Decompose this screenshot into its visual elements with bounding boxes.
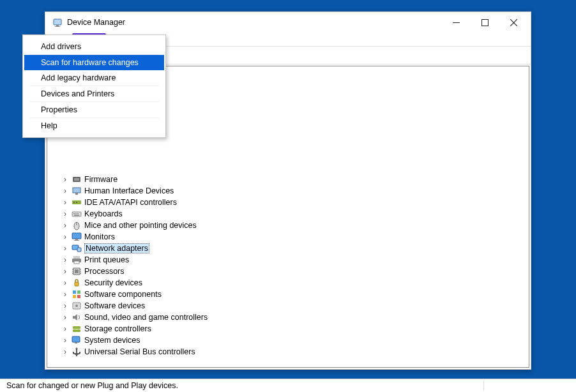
- category-label[interactable]: Universal Serial Bus controllers: [84, 347, 195, 356]
- printer-icon: [72, 255, 82, 265]
- expander-icon[interactable]: [61, 244, 69, 253]
- svg-rect-15: [75, 193, 78, 195]
- expander-icon[interactable]: [61, 267, 69, 276]
- category-ide[interactable]: IDE ATA/ATAPI controllers: [61, 197, 526, 208]
- menu-properties[interactable]: Properties: [29, 102, 159, 118]
- usb-icon: [72, 347, 82, 357]
- category-firmware[interactable]: Firmware: [61, 174, 526, 185]
- keyboard-icon: [72, 209, 82, 219]
- svg-rect-52: [75, 342, 77, 343]
- svg-rect-30: [77, 248, 81, 252]
- menu-devices-printers[interactable]: Devices and Printers: [29, 86, 159, 102]
- svg-rect-13: [74, 178, 79, 181]
- status-text: Scan for changed or new Plug and Play de…: [3, 381, 484, 390]
- category-mouse[interactable]: Mice and other pointing devices: [61, 220, 526, 231]
- svg-rect-21: [75, 213, 77, 215]
- svg-rect-28: [74, 240, 79, 241]
- svg-rect-20: [73, 213, 75, 215]
- svg-rect-2: [55, 26, 60, 27]
- expander-icon[interactable]: [61, 186, 69, 195]
- category-label[interactable]: Sound, video and game controllers: [84, 313, 208, 322]
- ide-icon: [72, 197, 82, 207]
- titlebar: Device Manager: [45, 12, 531, 33]
- expander-icon[interactable]: [61, 301, 69, 310]
- cpu-icon: [72, 266, 82, 276]
- category-label[interactable]: IDE ATA/ATAPI controllers: [84, 198, 177, 207]
- category-keyboard[interactable]: Keyboards: [61, 208, 526, 220]
- svg-rect-50: [73, 329, 80, 332]
- hid-icon: [72, 186, 82, 196]
- category-label[interactable]: System devices: [84, 336, 140, 345]
- firmware-icon: [72, 174, 82, 185]
- svg-rect-51: [72, 336, 80, 342]
- svg-point-18: [76, 202, 77, 203]
- category-sound[interactable]: Sound, video and game controllers: [61, 312, 526, 323]
- category-label[interactable]: Human Interface Devices: [84, 186, 174, 195]
- expander-icon[interactable]: [61, 198, 69, 207]
- svg-rect-31: [73, 256, 80, 259]
- svg-rect-43: [73, 290, 76, 294]
- storage-icon: [72, 324, 82, 334]
- svg-rect-0: [54, 19, 61, 25]
- category-system[interactable]: System devices: [61, 335, 526, 346]
- svg-rect-22: [77, 213, 79, 215]
- category-label[interactable]: Processors: [84, 267, 125, 276]
- svg-point-17: [73, 202, 75, 203]
- app-icon: [53, 17, 63, 27]
- maximize-button[interactable]: [471, 13, 499, 32]
- monitor-icon: [72, 232, 82, 242]
- category-swc[interactable]: Software components: [61, 289, 526, 300]
- expander-icon[interactable]: [61, 324, 69, 333]
- network-icon: [72, 243, 82, 253]
- expander-icon[interactable]: [61, 347, 69, 356]
- svg-rect-35: [75, 269, 79, 273]
- svg-rect-46: [77, 295, 80, 298]
- category-printer[interactable]: Print queues: [61, 254, 526, 266]
- window-controls: [442, 13, 528, 32]
- svg-rect-14: [73, 188, 80, 193]
- category-label[interactable]: Firmware: [84, 175, 117, 184]
- expander-icon[interactable]: [61, 221, 69, 230]
- menu-scan-hardware[interactable]: Scan for hardware changes: [24, 55, 164, 70]
- expander-icon[interactable]: [61, 255, 69, 264]
- window-title: Device Manager: [67, 18, 442, 27]
- svg-rect-27: [75, 239, 78, 240]
- category-label[interactable]: Print queues: [84, 255, 129, 264]
- menu-add-drivers[interactable]: Add drivers: [29, 39, 159, 55]
- menu-help-item[interactable]: Help: [29, 118, 159, 133]
- category-label[interactable]: Keyboards: [84, 209, 123, 218]
- expander-icon[interactable]: [61, 209, 69, 218]
- expander-icon[interactable]: [61, 336, 69, 345]
- mouse-icon: [72, 220, 82, 230]
- category-label[interactable]: Monitors: [84, 232, 115, 241]
- category-network[interactable]: Network adapters: [61, 243, 526, 254]
- category-hid[interactable]: Human Interface Devices: [61, 185, 526, 197]
- category-security[interactable]: Security devices: [61, 277, 526, 289]
- menu-add-legacy[interactable]: Add legacy hardware: [29, 70, 159, 86]
- category-label[interactable]: Network adapters: [84, 243, 149, 253]
- minimize-button[interactable]: [442, 13, 471, 32]
- expander-icon[interactable]: [61, 175, 69, 184]
- svg-rect-49: [73, 326, 80, 329]
- expander-icon[interactable]: [61, 290, 69, 299]
- expander-icon[interactable]: [61, 313, 69, 322]
- expander-icon[interactable]: [61, 232, 69, 241]
- svg-rect-23: [74, 215, 79, 216]
- category-label[interactable]: Software components: [84, 290, 162, 299]
- category-label[interactable]: Software devices: [84, 301, 145, 310]
- category-storage[interactable]: Storage controllers: [61, 323, 526, 335]
- svg-rect-33: [74, 261, 79, 264]
- category-usb[interactable]: Universal Serial Bus controllers: [61, 346, 526, 358]
- category-label[interactable]: Storage controllers: [84, 324, 151, 333]
- expander-icon[interactable]: [61, 278, 69, 287]
- category-cpu[interactable]: Processors: [61, 266, 526, 277]
- action-dropdown: Add drivers Scan for hardware changes Ad…: [22, 34, 166, 138]
- category-label[interactable]: Security devices: [84, 278, 142, 287]
- category-swd[interactable]: Software devices: [61, 300, 526, 312]
- close-button[interactable]: [499, 13, 528, 32]
- svg-rect-4: [482, 19, 489, 26]
- svg-rect-45: [73, 295, 76, 298]
- category-label[interactable]: Mice and other pointing devices: [84, 221, 197, 230]
- svg-rect-26: [72, 233, 81, 239]
- category-monitor[interactable]: Monitors: [61, 231, 526, 243]
